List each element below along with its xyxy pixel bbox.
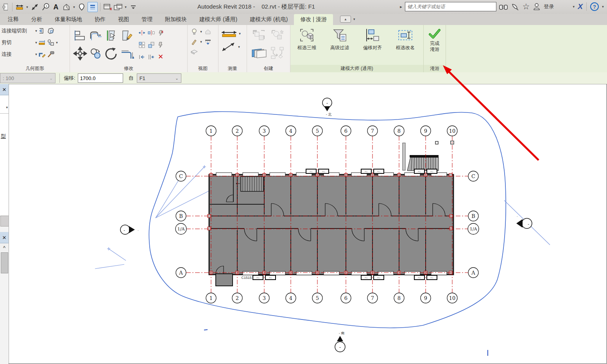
edit-type-link[interactable]: 型	[1, 133, 6, 140]
default-3d-view-icon[interactable]	[62, 2, 71, 12]
tab-modeling-master-general[interactable]: 建模大师 (通用)	[193, 14, 244, 25]
delete-icon[interactable]: ✕	[156, 51, 165, 63]
panel-label-modify[interactable]: 修改	[70, 65, 187, 72]
scroll-up-arrow[interactable]: ^	[0, 244, 9, 252]
communication-center-icon[interactable]	[510, 2, 520, 11]
panel-label-geometry[interactable]: 几何图形	[0, 65, 70, 72]
edit-corner-icon[interactable]	[38, 50, 47, 59]
rotate-icon[interactable]	[104, 45, 119, 62]
pick-wall-icon[interactable]	[104, 27, 119, 45]
ribbon-collapse-control[interactable]: ▲ ▾	[340, 16, 357, 23]
measure-between-icon[interactable]: ▾	[220, 40, 245, 54]
align-icon[interactable]	[72, 27, 88, 45]
underlay-lines-icon[interactable]	[204, 37, 212, 46]
chevron-down-icon[interactable]: ▾	[353, 17, 356, 21]
box-rename-button[interactable]: 框选改名	[389, 25, 422, 65]
search-input[interactable]	[405, 2, 496, 11]
search-binoculars-icon[interactable]	[499, 2, 508, 11]
measure-dropdown[interactable]: ▾	[220, 27, 245, 40]
display-model-icon[interactable]	[204, 27, 212, 36]
move-icon[interactable]	[72, 45, 88, 62]
trim-multiple-icon[interactable]	[147, 51, 156, 63]
browser-close-button[interactable]: ✕	[0, 232, 9, 243]
panel-label-measure[interactable]: 测量	[218, 65, 247, 72]
exchange-apps-icon[interactable]: X	[578, 2, 583, 11]
array-icon[interactable]	[137, 39, 147, 51]
link-boxes-icon[interactable]	[47, 38, 55, 47]
scrollbar-thumb[interactable]	[1, 252, 8, 273]
tab-annotate[interactable]: 注释	[2, 14, 25, 25]
drawing-canvas[interactable]: ACAC ACAC ACAC ACAC ACAC ACAC C1515	[9, 84, 607, 364]
aligned-dimension-icon[interactable]	[15, 2, 24, 12]
trim-extend-corner-icon[interactable]	[119, 45, 135, 62]
duplicate-view-icon[interactable]	[249, 44, 268, 62]
panel-label-create[interactable]: 创建	[247, 65, 290, 72]
advanced-filter-button[interactable]: 高级过滤	[323, 25, 356, 65]
tab-modify-walkthrough[interactable]: 修改 | 漫游	[294, 14, 333, 25]
text-tool-icon[interactable]: A	[51, 2, 61, 12]
panel-label-walkthrough[interactable]: 漫游	[424, 65, 446, 72]
create-group-icon[interactable]	[268, 27, 287, 44]
section-marker-icon[interactable]	[77, 2, 86, 12]
unpin-icon[interactable]: x	[156, 27, 165, 39]
panel-label-modeling-master[interactable]: 建模大师 (通用)	[290, 65, 423, 72]
mirror-icon[interactable]	[147, 27, 156, 39]
cope-icon[interactable]	[88, 27, 104, 45]
tab-collaborate[interactable]: 协作	[88, 14, 112, 25]
linework-brush-icon[interactable]	[190, 37, 199, 46]
chevron-down-icon[interactable]: ▾	[124, 5, 127, 9]
sign-in-button[interactable]: 登录	[544, 3, 554, 10]
offset-align-button[interactable]: 偏移对齐	[356, 25, 389, 65]
tab-massing-site[interactable]: 体量和场地	[48, 14, 88, 25]
wall-join-icon[interactable]	[38, 27, 47, 35]
tab-manage[interactable]: 管理	[135, 14, 159, 25]
tab-modeling-master-mep[interactable]: 建模大师 (机电)	[244, 14, 294, 25]
dimension-small-icon[interactable]	[38, 38, 47, 47]
chevron-down-icon[interactable]: ▾	[572, 5, 575, 9]
chevron-down-icon[interactable]: ▾	[601, 5, 605, 9]
type-selector-dropdown[interactable]: ▾	[0, 95, 9, 114]
joint-end-cut-dropdown[interactable]: 连接端切割 ▾	[0, 25, 70, 37]
search-expand-icon[interactable]: ▸	[399, 4, 403, 9]
finish-walkthrough-button[interactable]: 完成漫游	[424, 25, 446, 52]
chevron-down-icon[interactable]: ▾	[72, 5, 76, 9]
measure-diagonal-icon[interactable]	[30, 2, 39, 12]
svg-text:-: -	[138, 228, 139, 232]
trim-single-icon[interactable]	[137, 51, 147, 63]
svg-text:5: 5	[316, 295, 319, 301]
edit-profile-icon[interactable]	[119, 27, 135, 45]
chevron-down-icon[interactable]: ▾	[25, 5, 29, 9]
scale-dropdown[interactable]: : 100 ⌄	[0, 73, 56, 83]
close-hidden-windows-icon[interactable]: x	[103, 2, 112, 12]
join-dropdown[interactable]: 连接 ▾	[0, 48, 70, 60]
tab-addins[interactable]: 附加模块	[159, 14, 193, 25]
reveal-hidden-icon[interactable]	[190, 27, 199, 36]
help-icon[interactable]: ?	[590, 2, 599, 11]
offset-input[interactable]	[78, 73, 123, 83]
cutaway-box-icon[interactable]	[190, 47, 199, 56]
cut-geometry-icon[interactable]	[47, 27, 55, 35]
properties-close-button[interactable]: ✕	[0, 84, 9, 95]
panel-label-view[interactable]: 视图	[188, 65, 218, 72]
ribbon-collapse-icon[interactable]: ▲	[340, 16, 351, 23]
tag-icon[interactable]: 1	[41, 2, 50, 12]
cut-dropdown[interactable]: 剪切 ▾ ▾	[0, 37, 70, 48]
partial-tool-icon[interactable]	[0, 2, 10, 12]
box-select-3d-button[interactable]: 框选三维	[290, 25, 323, 65]
legend-component-icon[interactable]	[249, 27, 268, 44]
favorites-star-icon[interactable]: ☆	[522, 2, 530, 11]
palette-button[interactable]	[0, 216, 9, 227]
switch-windows-icon[interactable]	[113, 2, 123, 12]
scale-icon[interactable]	[147, 39, 156, 51]
offset-icon[interactable]	[137, 27, 147, 39]
user-icon[interactable]	[532, 2, 541, 11]
qat-customize-icon[interactable]	[129, 2, 138, 12]
from-level-dropdown[interactable]: F1 ⌄	[137, 73, 181, 83]
tab-analyze[interactable]: 分析	[25, 14, 48, 25]
demolish-hammer-icon[interactable]	[47, 50, 55, 59]
insert-views-icon[interactable]	[268, 44, 287, 62]
pin-icon[interactable]	[156, 39, 165, 51]
copy-icon[interactable]	[88, 45, 104, 62]
tab-view[interactable]: 视图	[112, 14, 135, 25]
thin-lines-icon[interactable]	[88, 2, 98, 12]
